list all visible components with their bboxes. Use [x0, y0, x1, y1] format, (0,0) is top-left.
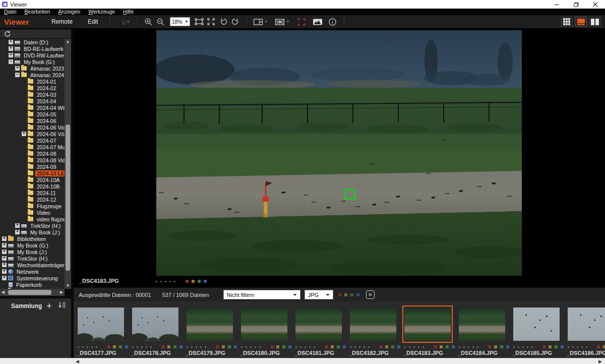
close-filter-button[interactable]: ✕ [366, 290, 375, 299]
rating-dot[interactable] [196, 346, 197, 348]
tree-item[interactable]: +2024-02 [0, 85, 65, 91]
expander-icon[interactable]: + [9, 53, 13, 57]
label-color-chip[interactable] [597, 345, 600, 348]
rating-and-labels[interactable] [156, 279, 207, 283]
tree-item[interactable]: +2024-07 Mutter [0, 144, 65, 150]
tree-item[interactable]: +2024-04 Willi [0, 104, 65, 111]
scroll-left-icon[interactable]: ◀ [76, 358, 79, 364]
tree-item[interactable]: +DVD-RW-Laufwerk (F:) [0, 52, 65, 58]
label-color-filter[interactable] [350, 293, 353, 296]
rating-dot[interactable] [156, 281, 157, 282]
tree-item[interactable]: +2024-11 [0, 190, 65, 196]
rating-dot[interactable] [418, 346, 419, 348]
rating-and-labels[interactable] [295, 345, 346, 349]
rating-dot[interactable] [404, 346, 406, 348]
remote-button[interactable]: Remote [51, 18, 73, 25]
tree-item[interactable]: +2024-09 [0, 163, 65, 170]
rating-dot[interactable] [259, 346, 261, 348]
tree-item[interactable]: +My Book (G:) [0, 242, 65, 249]
tree-vertical-scrollbar[interactable]: ▲ ▼ [65, 39, 71, 289]
tree-horizontal-scrollbar[interactable]: ◀ ▶ [0, 289, 65, 296]
rating-dot[interactable] [205, 346, 206, 348]
tree-item[interactable]: +2024-05 [0, 111, 65, 117]
rotate-right-icon[interactable] [229, 16, 241, 27]
thumbnail-image[interactable] [132, 308, 178, 341]
expander-icon[interactable]: + [22, 132, 26, 136]
rating-dot[interactable] [82, 346, 84, 348]
tree-item[interactable]: +2024-07 [0, 137, 65, 144]
compare-icon[interactable] [274, 16, 286, 27]
tree-item[interactable]: +2024-10B [0, 183, 65, 190]
rating-dot[interactable] [241, 346, 243, 348]
thumbnail-cell[interactable]: _DSC4183.JPG [402, 306, 455, 356]
filter-select[interactable]: Nicht filtern [223, 290, 300, 299]
thumbnail-cell[interactable]: _DSC4181.JPG [293, 306, 346, 356]
thumbnail-cell[interactable]: _DSC4177.JPG [76, 306, 128, 356]
expander-icon[interactable]: + [2, 250, 7, 254]
rating-dot[interactable] [160, 281, 162, 282]
export-icon[interactable] [120, 16, 132, 27]
tree-item[interactable]: +Papierkorb [0, 281, 65, 288]
label-color-chip[interactable] [179, 345, 183, 348]
rating-dot[interactable] [169, 281, 171, 282]
thumbnail-image[interactable] [404, 308, 451, 341]
label-color-chip[interactable] [192, 280, 195, 283]
label-color-chip[interactable] [234, 345, 237, 348]
rating-dot[interactable] [250, 346, 252, 348]
tree-item[interactable]: +Systemsteuerung [0, 275, 65, 281]
rotate-left-icon[interactable] [217, 16, 229, 27]
focus-area-icon[interactable] [295, 16, 308, 27]
view-thumbnails-icon[interactable] [561, 17, 573, 27]
edit-button[interactable]: Edit [88, 18, 98, 25]
tree-item[interactable]: +2024-06 Video [0, 124, 65, 131]
rating-dot[interactable] [577, 346, 578, 348]
label-color-chip[interactable] [162, 345, 165, 348]
label-color-chip[interactable] [331, 345, 334, 348]
rating-dot[interactable] [568, 346, 569, 348]
expander-icon[interactable]: + [2, 243, 7, 248]
label-color-chip[interactable] [506, 345, 509, 348]
rating-and-labels[interactable] [350, 345, 400, 349]
thumbnail-cell[interactable]: _DSC4180.JPG [239, 306, 291, 356]
rating-and-labels[interactable] [132, 345, 183, 349]
label-color-filter[interactable] [356, 293, 359, 296]
expander-icon[interactable]: + [2, 276, 7, 280]
label-color-chip[interactable] [440, 345, 443, 348]
rating-dot[interactable] [295, 346, 297, 348]
rating-dot[interactable] [96, 346, 97, 348]
menu-bearbeiten[interactable]: Bearbeiten [21, 9, 54, 15]
tree-item[interactable]: +2024-10 LEW [0, 170, 65, 176]
scrollbar-thumb[interactable] [8, 290, 51, 295]
rating-dot[interactable] [87, 346, 88, 348]
rating-and-labels[interactable] [187, 345, 237, 349]
thumbnail-frame[interactable] [76, 306, 126, 343]
fullscreen-icon[interactable] [205, 16, 217, 27]
rating-dot[interactable] [413, 346, 415, 348]
tree-item[interactable]: +video flugzeuge [0, 216, 65, 222]
scroll-right-icon[interactable]: ▶ [598, 358, 602, 364]
rating-dot[interactable] [572, 346, 574, 348]
thumbnail-frame[interactable] [348, 306, 398, 343]
main-photo[interactable] [156, 30, 522, 276]
tree-item[interactable]: +2024-08 Video [0, 157, 65, 163]
rating-dot[interactable] [174, 281, 175, 282]
label-color-chip[interactable] [216, 345, 219, 348]
label-color-chip[interactable] [107, 345, 110, 348]
label-color-chip[interactable] [288, 345, 291, 348]
sort-icon[interactable] [58, 301, 66, 311]
label-color-chip[interactable] [434, 345, 437, 348]
expander-icon[interactable]: − [15, 73, 20, 77]
rating-dot[interactable] [300, 346, 301, 348]
expander-icon[interactable]: + [2, 269, 7, 274]
rating-dot[interactable] [463, 346, 465, 348]
expander-icon[interactable]: + [9, 46, 13, 51]
rating-dot[interactable] [586, 346, 587, 348]
rating-dot[interactable] [191, 346, 193, 348]
tree-item[interactable]: +2024-06 Vögel [0, 131, 65, 137]
tree-item[interactable]: +2024-10A [0, 176, 65, 183]
rating-dot[interactable] [581, 346, 583, 348]
scroll-down-icon[interactable]: ▼ [65, 283, 71, 289]
rating-dot[interactable] [472, 346, 474, 348]
expander-icon[interactable]: + [15, 223, 20, 228]
expander-icon[interactable]: + [2, 236, 7, 241]
